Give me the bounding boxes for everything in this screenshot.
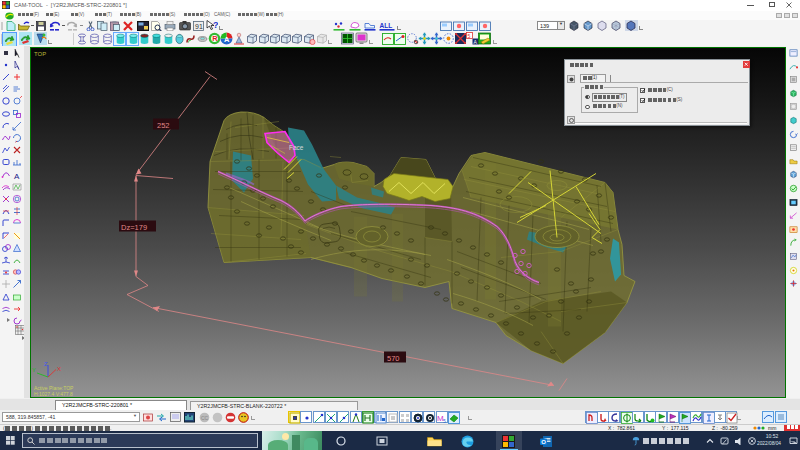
svg-text:R: R — [212, 34, 218, 43]
svg-text:ALL: ALL — [380, 21, 393, 28]
svg-text:Face: Face — [289, 143, 304, 150]
svg-text:TOP: TOP — [34, 50, 46, 56]
svg-text:252: 252 — [157, 120, 170, 129]
svg-text:570: 570 — [387, 353, 400, 362]
svg-text:A: A — [224, 35, 230, 44]
svg-text:CC: CC — [201, 415, 209, 421]
svg-text:H:1027.4 V:477.8: H:1027.4 V:477.8 — [34, 391, 73, 397]
svg-text:O: O — [541, 438, 546, 444]
svg-text:Z: Z — [44, 360, 48, 366]
svg-text:A: A — [14, 171, 20, 180]
svg-text:?: ? — [213, 20, 218, 30]
svg-text:X: X — [57, 365, 61, 371]
svg-text:Dz=179: Dz=179 — [121, 222, 147, 231]
svg-text:91: 91 — [195, 22, 203, 29]
svg-text:Active Plane:TOP: Active Plane:TOP — [34, 384, 74, 390]
svg-text:Y: Y — [32, 366, 36, 372]
svg-text:5: 5 — [468, 33, 471, 39]
